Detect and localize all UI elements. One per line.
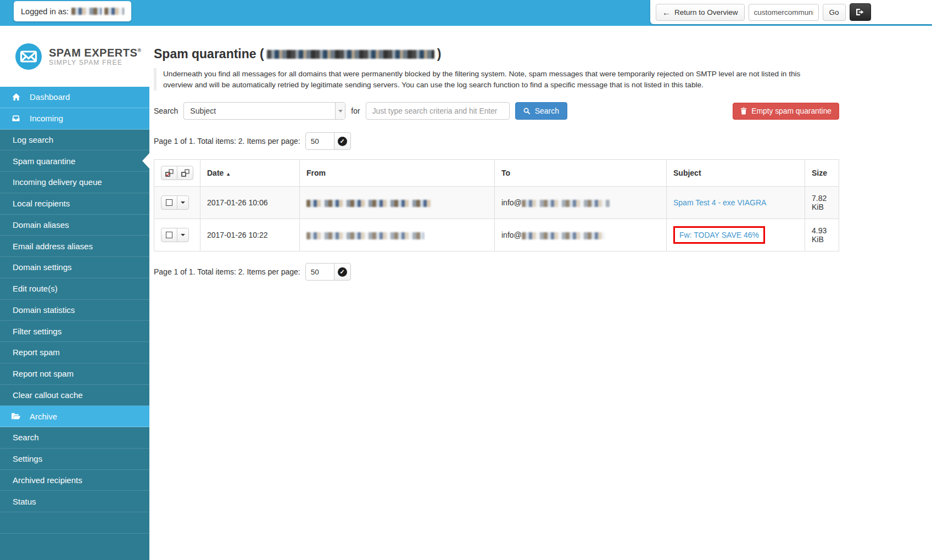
sidebar-item-archive-search[interactable]: Search xyxy=(0,427,149,449)
sidebar-item-incoming-delivery-queue[interactable]: Incoming delivery queue xyxy=(0,172,149,193)
pagination-top: Page 1 of 1. Total items: 2. Items per p… xyxy=(154,132,839,150)
sidebar-item-archive[interactable]: Archive xyxy=(0,406,149,427)
sidebar-item-status[interactable]: Status xyxy=(0,491,149,512)
sidebar-item-domain-statistics[interactable]: Domain statistics xyxy=(0,300,149,321)
caret-down-icon xyxy=(181,201,185,204)
column-header-size[interactable]: Size xyxy=(805,160,839,187)
empty-spam-quarantine-button[interactable]: Empty spam quarantine xyxy=(733,103,839,120)
sidebar-item-label: Incoming delivery queue xyxy=(13,177,102,187)
to-cell: info@ xyxy=(495,187,667,219)
logo: SPAM EXPERTS® SIMPLY SPAM FREE xyxy=(0,26,149,87)
page-title-close: ) xyxy=(437,47,442,61)
active-item-notch xyxy=(142,153,149,169)
row-checkbox-button[interactable] xyxy=(161,228,177,242)
row-select-cell xyxy=(154,187,200,219)
brand-name: SPAM EXPERTS® xyxy=(49,47,141,59)
search-field-selected-value: Subject xyxy=(184,107,216,115)
go-button[interactable]: Go xyxy=(823,4,846,21)
sidebar: SPAM EXPERTS® SIMPLY SPAM FREE Dashboard… xyxy=(0,26,149,560)
table-header-row: ✓ Date▲ From To Subject xyxy=(154,160,839,187)
per-page-group: ✓ xyxy=(305,132,351,150)
quarantine-table: ✓ Date▲ From To Subject xyxy=(154,159,839,251)
return-to-overview-button[interactable]: ← Return to Overview xyxy=(656,4,745,21)
sidebar-item-incoming[interactable]: Incoming xyxy=(0,108,149,130)
top-bar: Logged in as: ← Return to Overview Go xyxy=(0,0,932,26)
return-to-overview-label: Return to Overview xyxy=(674,8,738,16)
per-page-apply-button[interactable]: ✓ xyxy=(334,263,351,281)
sidebar-item-edit-routes[interactable]: Edit route(s) xyxy=(0,278,149,300)
redacted-username-domain xyxy=(104,8,124,15)
date-cell: 2017-01-26 10:22 xyxy=(200,219,300,251)
sidebar-item-archive-settings[interactable]: Settings xyxy=(0,449,149,470)
table-row: 2017-01-26 10:06 info@ Spam Test 4 - exe… xyxy=(154,187,839,219)
checkbox-icon xyxy=(166,199,172,206)
sidebar-item-log-search[interactable]: Log search xyxy=(0,130,149,151)
page-title: Spam quarantine ( ) xyxy=(154,47,839,61)
search-button-label: Search xyxy=(535,107,559,115)
envelope-icon xyxy=(14,42,43,71)
sidebar-item-label: Status xyxy=(13,497,36,506)
redacted-from-address xyxy=(306,232,424,239)
sidebar-item-label: Archive xyxy=(30,412,57,421)
sidebar-item-report-not-spam[interactable]: Report not spam xyxy=(0,363,149,385)
per-page-group: ✓ xyxy=(305,263,351,281)
search-input[interactable] xyxy=(366,102,510,120)
sidebar-item-label: Report spam xyxy=(13,348,60,357)
to-prefix: info@ xyxy=(501,231,522,239)
column-header-from[interactable]: From xyxy=(300,160,495,187)
sidebar-item-local-recipients[interactable]: Local recipients xyxy=(0,193,149,215)
sidebar-item-label: Email address aliases xyxy=(13,242,93,251)
domain-jump-input[interactable] xyxy=(749,4,819,21)
trash-icon xyxy=(740,107,747,115)
sidebar-item-filter-settings[interactable]: Filter settings xyxy=(0,321,149,342)
sidebar-item-clear-callout-cache[interactable]: Clear callout cache xyxy=(0,385,149,406)
column-header-subject[interactable]: Subject xyxy=(667,160,805,187)
column-header-date[interactable]: Date▲ xyxy=(200,160,300,187)
sidebar-item-domain-aliases[interactable]: Domain aliases xyxy=(0,215,149,236)
table-row: 2017-01-26 10:22 info@ Fw: TODAY SAVE 46… xyxy=(154,219,839,251)
to-prefix: info@ xyxy=(501,198,522,207)
logout-button[interactable] xyxy=(850,3,871,21)
sidebar-item-label: Search xyxy=(13,433,39,442)
page-description: Underneath you find all messages for all… xyxy=(154,68,830,91)
sidebar-item-label: Spam quarantine xyxy=(13,156,75,166)
per-page-input[interactable] xyxy=(305,263,334,281)
sidebar-item-email-address-aliases[interactable]: Email address aliases xyxy=(0,236,149,257)
red-highlight-box: Fw: TODAY SAVE 46% xyxy=(673,226,765,244)
subject-link[interactable]: Spam Test 4 - exe VIAGRA xyxy=(673,198,766,207)
per-page-input[interactable] xyxy=(305,132,334,150)
search-button[interactable]: Search xyxy=(515,102,567,120)
deselect-all-button[interactable] xyxy=(177,166,193,180)
per-page-apply-button[interactable]: ✓ xyxy=(334,132,351,150)
subject-cell: Spam Test 4 - exe VIAGRA xyxy=(667,187,805,219)
magnifier-icon xyxy=(523,108,531,115)
pagination-summary: Page 1 of 1. Total items: 2. Items per p… xyxy=(154,137,300,145)
row-select-cell xyxy=(154,219,200,251)
sidebar-item-domain-settings[interactable]: Domain settings xyxy=(0,257,149,278)
logout-icon xyxy=(855,8,865,16)
sidebar-item-label: Incoming xyxy=(30,114,63,123)
sidebar-item-label: Dashboard xyxy=(30,92,70,102)
sidebar-item-archived-recipients[interactable]: Archived recipients xyxy=(0,470,149,491)
sidebar-item-report-spam[interactable]: Report spam xyxy=(0,342,149,363)
sidebar-item-dashboard[interactable]: Dashboard xyxy=(0,87,149,108)
subject-cell: Fw: TODAY SAVE 46% xyxy=(667,219,805,251)
row-actions-dropdown[interactable] xyxy=(177,195,189,210)
go-button-label: Go xyxy=(829,8,839,16)
select-all-button[interactable]: ✓ xyxy=(161,166,177,180)
sidebar-item-label: Filter settings xyxy=(13,327,62,336)
sidebar-item-label: Edit route(s) xyxy=(13,284,58,293)
row-actions-dropdown[interactable] xyxy=(177,228,189,242)
page-title-text: Spam quarantine ( xyxy=(154,47,264,61)
sort-ascending-icon: ▲ xyxy=(226,171,231,177)
empty-spam-quarantine-label: Empty spam quarantine xyxy=(751,107,831,115)
sidebar-item-spam-quarantine[interactable]: Spam quarantine xyxy=(0,150,149,172)
row-checkbox-button[interactable] xyxy=(161,195,177,210)
column-header-to[interactable]: To xyxy=(495,160,667,187)
subject-link[interactable]: Fw: TODAY SAVE 46% xyxy=(679,231,759,239)
search-label: Search xyxy=(154,107,178,115)
arrow-left-icon: ← xyxy=(662,8,671,17)
size-cell: 4.93 KiB xyxy=(805,219,839,251)
size-cell: 7.82 KiB xyxy=(805,187,839,219)
search-field-select[interactable]: Subject xyxy=(183,102,345,120)
